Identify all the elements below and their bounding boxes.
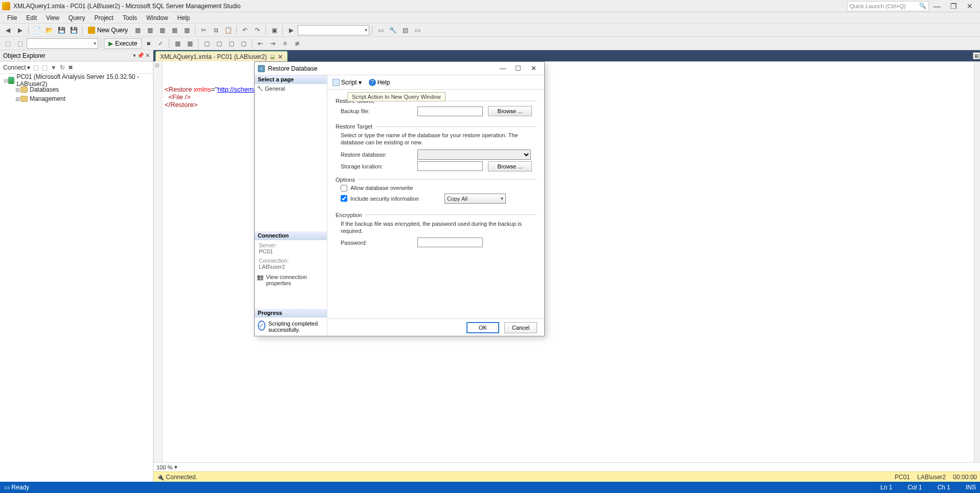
- db-icon-3[interactable]: ▦: [157, 25, 168, 36]
- tab-close-icon[interactable]: ✕: [278, 53, 283, 60]
- script-dropdown-icon[interactable]: ▾: [359, 79, 362, 86]
- menu-query[interactable]: Query: [64, 13, 90, 23]
- menu-edit[interactable]: Edit: [22, 13, 41, 23]
- db-icon-4[interactable]: ▦: [169, 25, 180, 36]
- oe-icon-1[interactable]: ⬚: [33, 64, 39, 71]
- fold-icon[interactable]: ⊟: [155, 62, 159, 68]
- page-general[interactable]: General: [255, 84, 327, 93]
- menu-help[interactable]: Help: [173, 13, 194, 23]
- tab-pin-icon[interactable]: ⬓: [270, 54, 275, 59]
- indent-icon[interactable]: ⇥: [267, 38, 278, 49]
- view-connection-properties-link[interactable]: View connection properties: [255, 272, 327, 288]
- opt-icon-4[interactable]: ▢: [238, 38, 249, 49]
- wrench-icon[interactable]: 🔧: [387, 25, 398, 36]
- parse-icon[interactable]: ✓: [155, 38, 166, 49]
- browse-storage-button[interactable]: Browse ...: [488, 161, 532, 172]
- cancel-button[interactable]: Cancel: [504, 322, 537, 333]
- menu-window[interactable]: Window: [142, 13, 172, 23]
- menu-project[interactable]: Project: [91, 13, 118, 23]
- tree-management-node[interactable]: ⊞ Management: [14, 94, 150, 103]
- grid-icon-1[interactable]: ▦: [172, 38, 183, 49]
- save-icon[interactable]: 💾: [56, 25, 67, 36]
- cut-icon[interactable]: ✂: [198, 25, 209, 36]
- help-button[interactable]: ? Help: [367, 78, 392, 87]
- paste-icon[interactable]: 📋: [222, 25, 234, 36]
- window-title: XMLAQuery1.xmla - PC01 (LAB\user2) - Mic…: [13, 3, 847, 10]
- tool-icon-3[interactable]: ▤: [399, 25, 411, 36]
- nav-fwd-icon[interactable]: ▶: [14, 25, 26, 36]
- menu-tools[interactable]: Tools: [119, 13, 141, 23]
- quick-launch-input[interactable]: Quick Launch (Ctrl+Q) 🔍: [847, 1, 929, 11]
- security-mode-select[interactable]: Copy All: [444, 194, 506, 204]
- storage-location-input[interactable]: [417, 161, 483, 171]
- backup-file-input[interactable]: [417, 106, 483, 116]
- allow-overwrite-checkbox[interactable]: [341, 185, 347, 191]
- opt-icon-1[interactable]: ▢: [201, 38, 212, 49]
- opt-icon-3[interactable]: ▢: [226, 38, 237, 49]
- ok-button[interactable]: OK: [466, 322, 499, 333]
- restore-button[interactable]: ❐: [945, 1, 962, 11]
- split-editor-icon[interactable]: ▤: [973, 52, 980, 59]
- tree-server-node[interactable]: ⊟ PC01 (Microsoft Analysis Server 15.0.3…: [3, 76, 150, 85]
- menu-file[interactable]: File: [3, 13, 21, 23]
- db-icon-1[interactable]: ▦: [132, 25, 143, 36]
- panel-pin-icon[interactable]: 📌: [137, 52, 144, 59]
- script-button[interactable]: Script ▾: [330, 78, 364, 87]
- expand-icon[interactable]: ⊟: [3, 77, 8, 84]
- vertical-scrollbar[interactable]: ▤: [974, 61, 980, 462]
- comment-icon[interactable]: ≡: [279, 38, 291, 49]
- opt-icon-2[interactable]: ▢: [213, 38, 225, 49]
- launch-combo[interactable]: [298, 25, 369, 35]
- tb2-icon-2[interactable]: ⬚: [14, 38, 26, 49]
- minimize-button[interactable]: —: [929, 1, 945, 11]
- tool-icon-1[interactable]: ▭: [375, 25, 386, 36]
- new-query-button[interactable]: New Query: [85, 26, 131, 35]
- save-all-icon[interactable]: 💾: [68, 25, 79, 36]
- expand-icon[interactable]: ⊞: [14, 96, 20, 102]
- document-tab[interactable]: XMLAQuery1.xmla - PC01 (LAB\user2) ⬓ ✕: [155, 51, 287, 61]
- dialog-button-row: OK Cancel: [327, 318, 544, 336]
- include-security-checkbox[interactable]: [341, 195, 347, 202]
- dialog-minimize-button[interactable]: —: [495, 65, 510, 72]
- tb2-icon-1[interactable]: ⬚: [2, 38, 13, 49]
- outdent-icon[interactable]: ⇤: [255, 38, 266, 49]
- close-button[interactable]: ✕: [962, 1, 978, 11]
- open-icon[interactable]: 📂: [43, 25, 55, 36]
- new-item-icon[interactable]: 📄: [31, 25, 42, 36]
- panel-close-icon[interactable]: ✕: [145, 52, 150, 59]
- menu-view[interactable]: View: [42, 13, 63, 23]
- tbx-icon[interactable]: ▣: [269, 25, 280, 36]
- connect-dropdown[interactable]: Connect ▾: [3, 64, 30, 71]
- stop-icon[interactable]: ■: [143, 38, 154, 49]
- oe-refresh-icon[interactable]: ↻: [60, 64, 65, 71]
- uncomment-icon[interactable]: ≢: [292, 38, 303, 49]
- tool-icon-4[interactable]: ▭: [412, 25, 423, 36]
- oe-filter-icon[interactable]: ▼: [51, 64, 57, 71]
- launch-icon[interactable]: ▶: [285, 25, 297, 36]
- zoom-value[interactable]: 100 %: [157, 464, 172, 470]
- panel-dropdown-icon[interactable]: ▾: [133, 52, 136, 59]
- nav-back-icon[interactable]: ◀: [2, 25, 13, 36]
- oe-stop-icon[interactable]: ✖: [68, 64, 73, 71]
- copy-icon[interactable]: ⧉: [210, 25, 221, 36]
- password-input[interactable]: [417, 238, 483, 247]
- expand-icon[interactable]: ⊞: [14, 87, 20, 93]
- title-bar: XMLAQuery1.xmla - PC01 (LAB\user2) - Mic…: [0, 0, 980, 12]
- zoom-dropdown-icon[interactable]: ▾: [174, 464, 177, 470]
- restore-database-select[interactable]: [417, 149, 531, 160]
- db-icon-2[interactable]: ▦: [144, 25, 155, 36]
- db-combo[interactable]: [27, 38, 98, 49]
- db-icon-5[interactable]: ▦: [181, 25, 192, 36]
- databases-label: Databases: [30, 86, 59, 93]
- execute-button[interactable]: ▶Execute: [104, 38, 142, 49]
- dialog-maximize-button[interactable]: ☐: [510, 65, 526, 72]
- undo-icon[interactable]: ↶: [239, 25, 251, 36]
- grid-icon-2[interactable]: ▦: [184, 38, 195, 49]
- include-security-label: Include security information: [350, 196, 419, 202]
- browse-backup-button[interactable]: Browse ...: [488, 106, 532, 116]
- oe-icon-2[interactable]: ⬚: [42, 64, 48, 71]
- redo-icon[interactable]: ↷: [252, 25, 263, 36]
- sql-icon: [88, 27, 95, 34]
- dialog-close-button[interactable]: ✕: [526, 65, 541, 72]
- dialog-titlebar[interactable]: Restore Database — ☐ ✕: [255, 62, 544, 75]
